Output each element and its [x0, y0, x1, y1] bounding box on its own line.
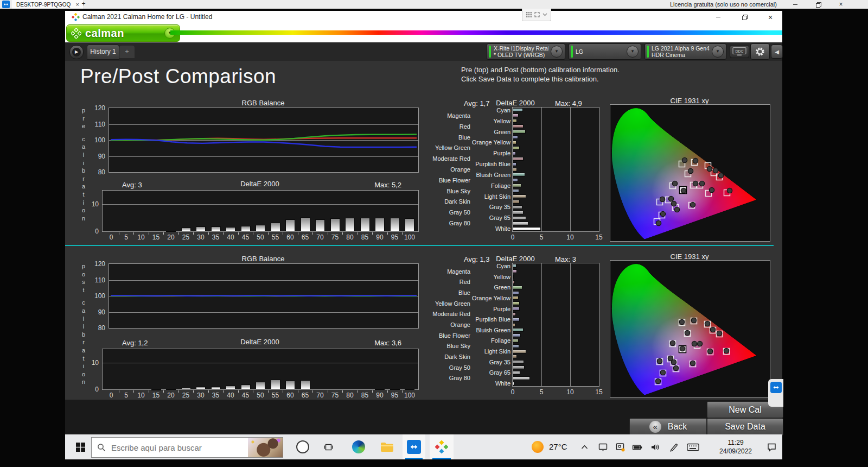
tab-history-1[interactable]: History 1 [87, 45, 119, 60]
source-dropdown[interactable]: LG ▾ [569, 43, 641, 60]
x-axis-label: 60 [283, 234, 298, 241]
notification-center-button[interactable] [763, 434, 780, 459]
tray-pen-button[interactable] [665, 434, 681, 459]
file-explorer-button[interactable] [375, 434, 398, 459]
teamviewer-taskbar-button[interactable] [403, 434, 425, 459]
x-axis-label: 15 [149, 234, 164, 241]
bar [345, 218, 355, 231]
colorchecker-post-chart: 051015CyanMagentaYellowRedGreenBlueOrang… [512, 263, 599, 387]
x-axis-label: 50 [253, 234, 268, 241]
bar [513, 296, 519, 300]
bar [285, 219, 295, 232]
patch-label: Bluish Green [476, 326, 510, 334]
bar [513, 189, 519, 193]
display-dropdown[interactable]: LG 2021 Alpha 9 Gen4 HDR Cinema ▾ [644, 43, 726, 60]
tray-cast-button[interactable] [595, 434, 611, 459]
bar [513, 291, 519, 295]
display-status-indicator [647, 46, 649, 58]
remote-side-panel-tab[interactable] [768, 379, 783, 407]
patch-label: Gray 80 [449, 374, 470, 382]
cie-post-title: CIE 1931 xy [610, 253, 769, 261]
tray-expand-button[interactable] [577, 434, 591, 459]
cortana-button[interactable] [293, 434, 312, 459]
patch-label: Blue Sky [447, 342, 470, 350]
bar [513, 355, 517, 358]
patch-label: Purple [493, 305, 510, 313]
tray-keyboard-button[interactable] [684, 434, 702, 459]
start-button[interactable] [71, 434, 90, 459]
close-button[interactable]: × [832, 0, 850, 9]
chevron-down-icon[interactable]: ▾ [551, 46, 563, 58]
collapse-panel-button[interactable]: ◀ [771, 45, 783, 59]
fullscreen-icon [534, 12, 540, 17]
search-daily-image[interactable] [248, 438, 283, 457]
bar [513, 124, 524, 128]
restore-button[interactable] [809, 0, 827, 9]
tray-volume-button[interactable] [647, 434, 663, 459]
edge-button[interactable] [347, 434, 370, 459]
taskbar-search[interactable] [91, 437, 283, 458]
x-axis-label: 50 [253, 392, 268, 399]
cie-pre-title: CIE 1931 xy [610, 97, 769, 105]
minimize-button[interactable] [787, 0, 804, 9]
patch-label: Foliage [491, 182, 510, 190]
settings-button[interactable] [750, 43, 770, 60]
toolbar: ▶ History 1 + X-Rite i1Display Retail * … [65, 42, 782, 61]
chevron-up-icon [581, 445, 588, 450]
new-session-tab-button[interactable]: + [79, 0, 88, 9]
bar [513, 168, 517, 172]
bar [513, 130, 526, 134]
save-data-button[interactable]: Save Data [707, 418, 783, 436]
y-axis-label: 100 [87, 292, 105, 300]
cie-pre-chart [610, 104, 770, 242]
read-continuous-button[interactable]: ▶ [69, 45, 84, 59]
bar [151, 389, 161, 390]
y-axis-label: 110 [87, 276, 105, 285]
tray-photos-button[interactable] [612, 434, 628, 459]
chevron-down-icon[interactable]: ▾ [712, 46, 724, 58]
minimize-button[interactable] [708, 11, 729, 23]
close-button[interactable]: × [760, 11, 781, 23]
bar [226, 386, 235, 389]
task-view-button[interactable] [318, 434, 339, 459]
chevron-down-icon[interactable]: ▾ [627, 46, 639, 58]
x-axis-label: 15 [592, 388, 605, 396]
tray-battery-button[interactable] [629, 434, 646, 459]
source-name: LG [576, 48, 624, 55]
meter-dropdown[interactable]: X-Rite i1Display Retail * OLED TV (WRGB)… [487, 43, 565, 60]
remote-toolbar-pill[interactable] [522, 9, 551, 21]
bar [513, 222, 528, 225]
bar [513, 141, 516, 144]
search-input[interactable] [111, 443, 248, 452]
add-tab-button[interactable]: + [119, 46, 135, 58]
bar [285, 381, 295, 389]
chevron-down-icon [542, 13, 547, 16]
cortana-icon [296, 440, 309, 453]
patch-label: White [495, 225, 510, 232]
back-button[interactable]: « Back [629, 418, 707, 436]
patch-label: Magenta [447, 112, 470, 119]
gridline [103, 363, 418, 363]
calman-menu-button[interactable]: calman ▾ [66, 24, 180, 42]
windows-start-icon [76, 443, 85, 452]
deltae-post-chart: 1000510152025303540455055606570758085909… [102, 349, 419, 390]
rgb-post-title: RGB Balance [108, 255, 418, 263]
clock[interactable]: 11:29 24/09/2022 [709, 438, 763, 456]
bar [241, 384, 251, 389]
weather-widget[interactable] [529, 434, 546, 459]
x-axis-label: 75 [328, 392, 343, 399]
restore-button[interactable] [734, 11, 755, 23]
bar [513, 200, 520, 204]
bar [513, 157, 524, 161]
cc-pre-max: Max: 4,9 [555, 99, 582, 108]
bar [513, 162, 516, 166]
calman-taskbar-button[interactable] [430, 434, 454, 459]
volume-icon [650, 442, 660, 452]
patch-label: Orange [450, 321, 470, 329]
ddc-icon: DDC [732, 47, 747, 56]
remote-session-tab[interactable]: DESKTOP-9PTQGOQ × [12, 0, 84, 9]
x-axis-label: 85 [358, 234, 373, 241]
x-axis-label: 10 [133, 234, 149, 241]
patch-label: Red [459, 278, 470, 286]
ddc-button[interactable]: DDC [730, 45, 749, 58]
